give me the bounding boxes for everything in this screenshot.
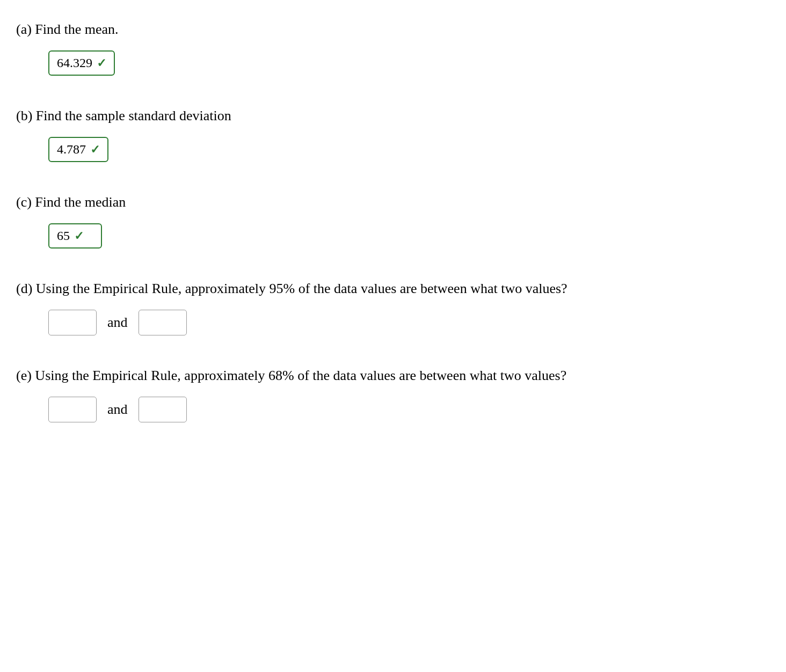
question-e-answer-row: and [48, 397, 770, 422]
question-c-answer-row: 65 ✓ [48, 223, 770, 249]
question-d-label: (d) Using the Empirical Rule, approximat… [16, 281, 770, 297]
question-e-input-1[interactable] [48, 397, 97, 422]
question-b-input[interactable]: 4.787 ✓ [48, 137, 108, 162]
question-d-answer-row: and [48, 310, 770, 335]
question-b-answer-row: 4.787 ✓ [48, 137, 770, 162]
question-c-input[interactable]: 65 ✓ [48, 223, 102, 249]
question-c-label: (c) Find the median [16, 194, 770, 210]
question-a-input[interactable]: 64.329 ✓ [48, 50, 115, 76]
question-d: (d) Using the Empirical Rule, approximat… [16, 281, 770, 335]
question-a-answer-row: 64.329 ✓ [48, 50, 770, 76]
question-a-check-icon: ✓ [97, 56, 106, 70]
question-e-input-2[interactable] [139, 397, 187, 422]
question-b-value: 4.787 [57, 142, 86, 157]
question-d-input-1[interactable] [48, 310, 97, 335]
question-e-and-label: and [107, 401, 128, 418]
question-c-value: 65 [57, 229, 70, 243]
question-a: (a) Find the mean. 64.329 ✓ [16, 21, 770, 76]
question-b-check-icon: ✓ [90, 143, 100, 157]
question-d-input-2[interactable] [139, 310, 187, 335]
question-e-label: (e) Using the Empirical Rule, approximat… [16, 368, 770, 384]
question-a-label: (a) Find the mean. [16, 21, 770, 38]
question-b-label: (b) Find the sample standard deviation [16, 108, 770, 124]
question-d-and-label: and [107, 315, 128, 331]
question-a-value: 64.329 [57, 56, 92, 70]
question-c: (c) Find the median 65 ✓ [16, 194, 770, 249]
question-e: (e) Using the Empirical Rule, approximat… [16, 368, 770, 422]
question-b: (b) Find the sample standard deviation 4… [16, 108, 770, 162]
question-c-check-icon: ✓ [74, 229, 84, 243]
